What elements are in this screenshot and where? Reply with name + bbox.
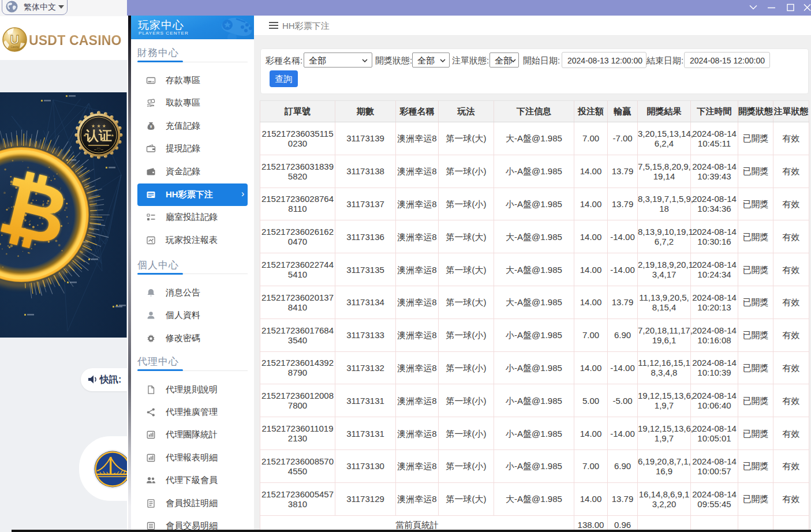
svg-text:Casino: Casino xyxy=(10,46,19,48)
svg-text:认证: 认证 xyxy=(85,128,112,143)
svg-text:★: ★ xyxy=(83,133,87,137)
svg-text:~♡~: ~♡~ xyxy=(94,147,104,152)
svg-text:U: U xyxy=(10,32,20,47)
svg-text:★: ★ xyxy=(111,133,114,137)
svg-text:¥: ¥ xyxy=(150,124,152,128)
